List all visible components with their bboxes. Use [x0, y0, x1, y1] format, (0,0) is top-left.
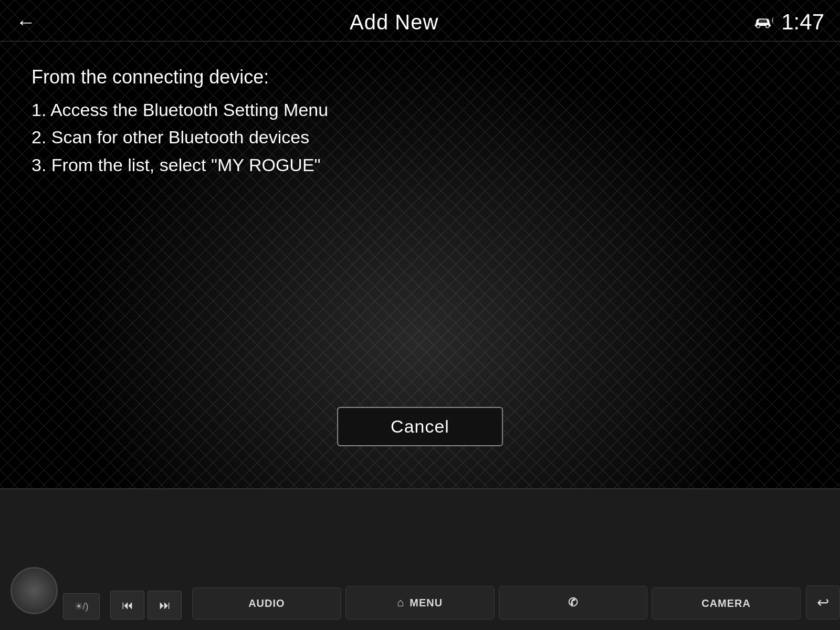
brightness-button[interactable]: ☀/): [63, 593, 100, 620]
back-physical-icon: ↩: [817, 594, 829, 611]
skip-back-icon: ⏮: [122, 598, 133, 612]
power-knob[interactable]: [10, 567, 58, 614]
instruction-content: From the connecting device: 1. Access th…: [0, 41, 840, 195]
audio-label: AUDIO: [248, 597, 285, 610]
svg-point-1: [766, 25, 769, 28]
menu-button[interactable]: ⌂ MENU: [345, 586, 495, 620]
phone-button[interactable]: ✆: [499, 586, 648, 620]
physical-controls: ☀/) ⏮ ⏭ AUDIO ⌂ MENU ✆ CAMERA: [0, 488, 840, 630]
back-button[interactable]: ←: [16, 12, 36, 32]
instruction-text: From the connecting device: 1. Access th…: [32, 62, 808, 179]
phone-icon: ✆: [568, 596, 578, 610]
menu-label: MENU: [410, 597, 443, 609]
screen-header: ← Add New 1:47: [0, 0, 840, 41]
screen-title: Add New: [36, 10, 752, 34]
camera-button[interactable]: CAMERA: [652, 587, 801, 620]
brightness-icon: ☀/): [75, 601, 89, 612]
screen-buttons: AUDIO ⌂ MENU ✆ CAMERA: [192, 586, 801, 620]
instruction-step2: 2. Scan for other Bluetooth devices: [32, 123, 808, 151]
skip-forward-icon: ⏭: [159, 598, 171, 612]
camera-label: CAMERA: [701, 597, 751, 610]
track-controls: ⏮ ⏭: [110, 591, 182, 620]
infotainment-display: ← Add New 1:47 From the connecting de: [0, 0, 840, 488]
car-surround: ← Add New 1:47 From the connecting de: [0, 0, 840, 630]
clock: 1:47: [781, 9, 824, 35]
car-status-icon: [752, 15, 773, 29]
cancel-button[interactable]: Cancel: [337, 407, 503, 446]
home-icon: ⌂: [397, 596, 404, 610]
skip-forward-button[interactable]: ⏭: [148, 591, 182, 620]
instruction-intro: From the connecting device:: [32, 62, 808, 92]
back-physical-button[interactable]: ↩: [806, 585, 840, 620]
skip-back-button[interactable]: ⏮: [110, 591, 144, 620]
header-right-area: 1:47: [752, 9, 824, 35]
instruction-step3: 3. From the list, select "MY ROGUE": [32, 151, 808, 179]
audio-button[interactable]: AUDIO: [192, 587, 341, 620]
svg-point-0: [757, 25, 760, 28]
cancel-button-wrap: Cancel: [337, 407, 503, 446]
instruction-step1: 1. Access the Bluetooth Setting Menu: [32, 96, 808, 124]
car-infotainment-screen: { "header": { "title": "Add New", "time"…: [0, 0, 840, 630]
